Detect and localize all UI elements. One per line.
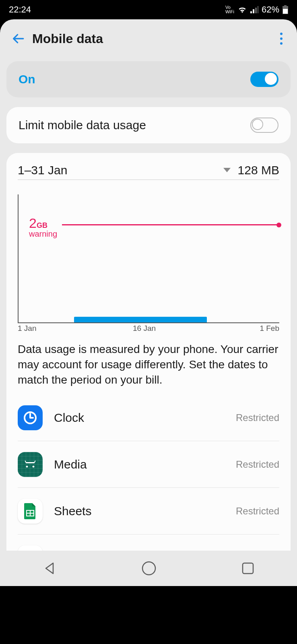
- usage-area: [74, 317, 207, 322]
- x-tick-end: 1 Feb: [260, 324, 279, 333]
- period-label: 1–31 Jan: [18, 163, 220, 177]
- mobile-data-state-label: On: [19, 72, 35, 86]
- more-icon[interactable]: [277, 29, 286, 48]
- battery-icon: [283, 5, 288, 14]
- app-header: Mobile data: [0, 19, 297, 58]
- warning-label: 2GB warning: [29, 215, 57, 239]
- navigation-bar: [0, 551, 297, 586]
- app-name: Media: [54, 458, 87, 471]
- app-name: Clock: [54, 411, 84, 425]
- x-tick-start: 1 Jan: [18, 324, 36, 333]
- app-status: Restricted: [236, 506, 279, 517]
- page-title: Mobile data: [32, 31, 103, 46]
- usage-card: 1–31 Jan 128 MB 2GB warning 1 Jan 16 Jan…: [6, 153, 291, 586]
- status-icons: VoWiFi 62%: [225, 4, 288, 15]
- nav-home-icon[interactable]: [141, 561, 157, 576]
- status-bar: 22:24 VoWiFi 62%: [0, 0, 297, 19]
- svg-rect-11: [243, 563, 253, 574]
- limit-usage-toggle[interactable]: [250, 118, 278, 133]
- app-row-sheets[interactable]: Sheets Restricted: [18, 488, 279, 535]
- nav-back-icon[interactable]: [43, 561, 56, 575]
- chart-y-axis: [18, 194, 19, 323]
- screen: Mobile data On Limit mobile data usage 1…: [0, 19, 297, 586]
- usage-total: 128 MB: [238, 163, 279, 177]
- battery-text: 62%: [262, 4, 279, 15]
- chart-x-axis: [18, 322, 279, 323]
- limit-usage-card[interactable]: Limit mobile data usage: [6, 107, 291, 143]
- app-status: Restricted: [236, 459, 279, 470]
- clock-app-icon: [18, 405, 43, 430]
- warning-dot: [276, 223, 281, 227]
- app-status: Restricted: [236, 412, 279, 423]
- usage-chart[interactable]: 2GB warning 1 Jan 16 Jan 1 Feb: [18, 194, 279, 331]
- warning-line: [62, 224, 279, 225]
- vowifi-icon: VoWiFi: [225, 5, 234, 14]
- nav-recent-icon[interactable]: [241, 562, 254, 575]
- svg-rect-2: [283, 9, 288, 14]
- warning-value: 2: [29, 215, 37, 231]
- app-name: Sheets: [54, 504, 91, 518]
- signal-icon: [250, 6, 258, 13]
- clock-text: 22:24: [9, 4, 31, 15]
- svg-rect-1: [284, 5, 287, 6]
- mobile-data-toggle[interactable]: [250, 72, 278, 87]
- limit-usage-label: Limit mobile data usage: [19, 118, 146, 132]
- app-row-media[interactable]: Media Restricted: [18, 441, 279, 488]
- warning-unit: GB: [37, 221, 47, 229]
- back-icon[interactable]: [11, 32, 25, 45]
- period-selector[interactable]: 1–31 Jan 128 MB: [18, 163, 279, 180]
- media-app-icon: [18, 452, 43, 477]
- svg-point-10: [142, 562, 155, 575]
- app-row-clock[interactable]: Clock Restricted: [18, 394, 279, 441]
- usage-description: Data usage is measured by your phone. Yo…: [18, 342, 279, 387]
- mobile-data-toggle-card: On: [6, 61, 291, 97]
- dropdown-icon: [223, 168, 231, 173]
- x-tick-mid: 16 Jan: [133, 324, 156, 333]
- wifi-icon: [237, 6, 247, 14]
- sheets-app-icon: [18, 499, 43, 524]
- warning-text: warning: [29, 229, 57, 239]
